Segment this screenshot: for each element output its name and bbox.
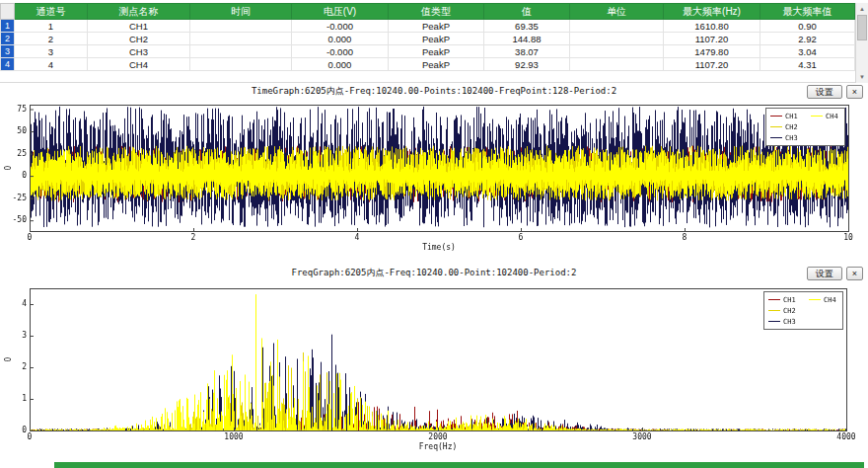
table-cell[interactable]: 3.04 <box>760 45 855 58</box>
table-cell[interactable] <box>570 58 664 71</box>
table-cell[interactable]: -0.000 <box>292 20 389 33</box>
table-cell[interactable]: 144.88 <box>484 33 570 45</box>
scrollbar-track[interactable] <box>856 15 868 71</box>
partial-next-table-header <box>54 462 864 468</box>
table-cell[interactable]: 69.35 <box>484 20 570 33</box>
scroll-up-icon[interactable]: ▲ <box>856 3 868 15</box>
table-cell[interactable]: 0.90 <box>760 20 855 33</box>
channel-table: 通道号测点名称时间电压(V)值类型值单位最大频率(Hz)最大频率值11CH1-0… <box>0 3 855 71</box>
freq-graph-section: FreqGraph:6205内点-Freq:10240.00-Point:102… <box>0 265 868 462</box>
table-row: 44CH40.000PeakP92.931107.204.31 <box>1 58 855 71</box>
time-graph-buttons: 设置 × <box>807 85 863 99</box>
freq-graph-title: FreqGraph:6205内点-Freq:10240.00-Point:102… <box>0 265 868 280</box>
table-cell[interactable]: 2.92 <box>760 33 855 45</box>
table-row: 33CH3-0.000PeakP38.071479.803.04 <box>1 45 855 58</box>
column-header: 值 <box>484 4 570 20</box>
table-cell[interactable]: -0.000 <box>292 45 389 58</box>
table-cell[interactable]: 1107.20 <box>664 33 760 45</box>
table-cell[interactable] <box>190 33 292 45</box>
table-cell[interactable]: 1 <box>15 20 88 33</box>
table-cell[interactable]: CH4 <box>88 58 190 71</box>
table-cell[interactable]: PeakP <box>389 33 484 45</box>
freq-graph-canvas[interactable] <box>0 280 868 458</box>
table-cell[interactable] <box>190 45 292 58</box>
table-corner-cell <box>1 4 15 20</box>
table-cell[interactable]: CH1 <box>88 20 190 33</box>
table-cell[interactable]: 2 <box>15 33 88 45</box>
freq-graph-settings-button[interactable]: 设置 <box>807 267 842 280</box>
table-cell[interactable] <box>570 20 664 33</box>
table-cell[interactable]: 1610.80 <box>664 20 760 33</box>
table-cell[interactable]: 92.93 <box>484 58 570 71</box>
time-graph-title: TimeGraph:6205内点-Freq:10240.00-Points:10… <box>0 83 868 99</box>
time-graph-settings-button[interactable]: 设置 <box>807 85 842 99</box>
table-cell[interactable] <box>190 58 292 71</box>
column-header: 通道号 <box>15 4 88 20</box>
table-cell[interactable]: CH2 <box>88 33 190 45</box>
column-header: 最大频率值 <box>760 4 855 20</box>
table-row: 22CH20.000PeakP144.881107.202.92 <box>1 33 855 45</box>
table-cell[interactable]: 1107.20 <box>664 58 760 71</box>
column-header: 时间 <box>190 4 292 20</box>
column-header: 单位 <box>570 4 664 20</box>
freq-graph-close-button[interactable]: × <box>846 267 863 280</box>
time-graph-close-button[interactable]: × <box>846 85 863 99</box>
column-header: 电压(V) <box>292 4 389 20</box>
time-graph-canvas[interactable] <box>0 99 868 265</box>
table-cell[interactable]: PeakP <box>389 20 484 33</box>
freq-graph-buttons: 设置 × <box>807 267 863 280</box>
table-cell[interactable]: 0.000 <box>292 58 389 71</box>
row-index[interactable]: 2 <box>1 33 15 45</box>
table-cell[interactable]: PeakP <box>389 58 484 71</box>
table-cell[interactable]: CH3 <box>88 45 190 58</box>
table-cell[interactable]: 0.000 <box>292 33 389 45</box>
table-cell[interactable]: 1479.80 <box>664 45 760 58</box>
row-index[interactable]: 3 <box>1 45 15 58</box>
table-cell[interactable] <box>570 33 664 45</box>
column-header: 测点名称 <box>88 4 190 20</box>
scrollbar-thumb[interactable] <box>857 15 867 40</box>
channel-table-area: 通道号测点名称时间电压(V)值类型值单位最大频率(Hz)最大频率值11CH1-0… <box>0 0 868 83</box>
table-cell[interactable]: 3 <box>15 45 88 58</box>
column-header: 最大频率(Hz) <box>664 4 760 20</box>
table-cell[interactable] <box>570 45 664 58</box>
scroll-down-icon[interactable]: ▼ <box>856 71 868 83</box>
table-cell[interactable]: 4 <box>15 58 88 71</box>
time-graph-section: TimeGraph:6205内点-Freq:10240.00-Points:10… <box>0 83 868 265</box>
table-vertical-scrollbar[interactable]: ▲ ▼ <box>855 3 868 83</box>
table-cell[interactable]: PeakP <box>389 45 484 58</box>
table-row: 11CH1-0.000PeakP69.351610.800.90 <box>1 20 855 33</box>
table-cell[interactable]: 4.31 <box>760 58 855 71</box>
row-index[interactable]: 1 <box>1 20 15 33</box>
row-index[interactable]: 4 <box>1 58 15 71</box>
column-header: 值类型 <box>389 4 484 20</box>
table-cell[interactable] <box>190 20 292 33</box>
table-cell[interactable]: 38.07 <box>484 45 570 58</box>
